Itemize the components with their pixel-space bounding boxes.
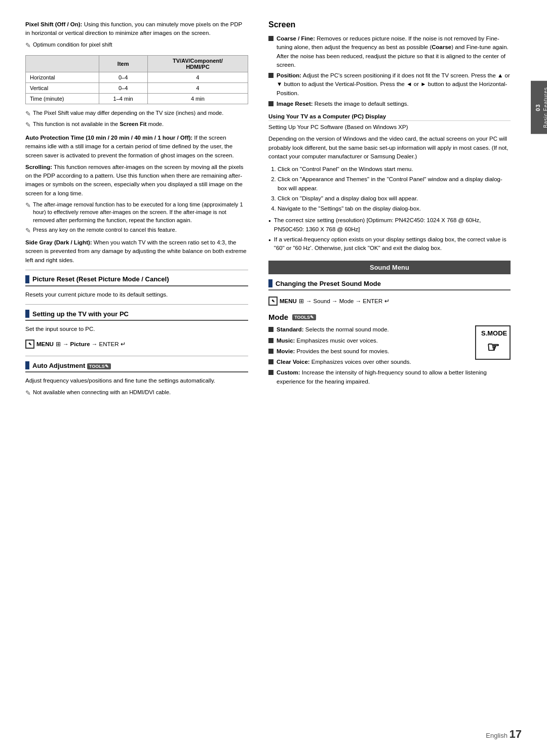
setting-up-tv-text: Set the input source to PC. <box>25 325 248 333</box>
table-row: Horizontal 0–4 4 <box>26 72 248 82</box>
picture-reset-section: Picture Reset (Reset Picture Mode / Canc… <box>25 275 248 299</box>
blue-bar-icon-3 <box>25 361 29 369</box>
clear-voice-text: Clear Voice: Emphasizes voices over othe… <box>277 358 411 366</box>
pixel-shift-note1: ✎ Optimum condition for pixel shift <box>25 41 248 50</box>
menu-word: MENU <box>36 341 54 347</box>
sound-menu-bar: Sound Menu <box>268 261 511 274</box>
side-gray-text: Side Gray (Dark / Light): When you watch… <box>25 238 248 265</box>
mode-heading: Mode TOOLS✎ <box>268 313 511 321</box>
square-bullet-icon-8 <box>268 370 274 375</box>
step-1: Click on "Control Panel" on the Windows … <box>278 165 511 174</box>
table-cell-horizontal: Horizontal <box>26 72 99 82</box>
pixel-shift-bold: Pixel Shift (Off / On): <box>25 21 82 27</box>
table-cell-vertical: Vertical <box>26 82 99 93</box>
changing-preset-menu-path: ✎ MENU ⊞ → Sound → Mode → ENTER ↵ <box>268 295 511 308</box>
using-tv-bullets: The correct size setting (resolution) [O… <box>268 216 511 253</box>
clear-voice-item: Clear Voice: Emphasizes voices over othe… <box>268 358 470 366</box>
table-cell-time-val2: 4 min <box>147 93 248 104</box>
note-icon-3: ✎ <box>25 120 31 130</box>
divider-1 <box>25 270 248 270</box>
changing-preset-path-text: → Sound → Mode → ENTER <box>306 298 382 304</box>
image-reset-item: Image Reset: Resets the image to default… <box>268 100 511 108</box>
auto-adjustment-text: Adjust frequency values/positions and fi… <box>25 376 248 385</box>
standard-item: Standard: Selects the normal sound mode. <box>268 325 470 334</box>
side-gray-heading: Side Gray (Dark / Light): <box>25 239 92 245</box>
enter-icon-2: ↵ <box>384 298 389 305</box>
square-bullet-icon-6 <box>268 349 274 354</box>
auto-adjustment-heading-text: Auto Adjustment TOOLS✎ <box>32 362 111 369</box>
custom-item: Custom: Increase the intensity of high-f… <box>268 368 511 386</box>
table-header-item <box>26 55 99 72</box>
footer: English 17 <box>486 728 522 741</box>
pixel-shift-note1-text: Optimum condition for pixel shift <box>33 41 112 49</box>
square-bullet-icon-7 <box>268 359 274 364</box>
page-number: 17 <box>510 728 522 740</box>
note-icon-4: ✎ <box>25 201 31 210</box>
step-4: Navigate to the "Settings" tab on the di… <box>278 204 511 213</box>
setting-up-tv-heading-text: Setting up the TV with your PC <box>32 310 129 318</box>
table-cell-horizontal-val2: 4 <box>147 72 248 82</box>
smode-label: S.MODE <box>481 329 507 337</box>
mode-tools-badge: TOOLS✎ <box>292 314 316 320</box>
bullet-1: The correct size setting (resolution) [O… <box>268 216 511 234</box>
standard-text: Standard: Selects the normal sound mode. <box>277 325 389 334</box>
content-area: Pixel Shift (Off / On): Using this funct… <box>0 0 531 756</box>
position-text: Position: Adjust the PC's screen positio… <box>277 71 511 98</box>
divider-2 <box>25 304 248 305</box>
setting-up-tv-heading: Setting up the TV with your PC <box>25 310 248 321</box>
table-cell-vertical-val2: 4 <box>147 82 248 93</box>
square-bullet-icon <box>268 36 274 41</box>
scrolling-note2: ✎ Press any key on the remote control to… <box>25 226 248 235</box>
blue-bar-icon-2 <box>25 310 29 318</box>
auto-protection-heading: Auto Protection Time (10 min / 20 min / … <box>25 135 192 141</box>
mode-section: Mode TOOLS✎ S.MODE ☞ Standard: Selects t… <box>268 313 511 386</box>
table-cell-time-val1: 1–4 min <box>99 93 147 104</box>
pixel-shift-note2: ✎ The Pixel Shift value may differ depen… <box>25 109 248 118</box>
pixel-shift-intro: Pixel Shift (Off / On): Using this funct… <box>25 20 248 38</box>
changing-preset-section: Changing the Preset Sound Mode ✎ MENU ⊞ … <box>268 279 511 308</box>
scrolling-note1: ✎ The after-image removal function has t… <box>25 201 248 224</box>
right-column: Screen Coarse / Fine: Removes or reduces… <box>263 20 511 736</box>
using-tv-heading-text: Using Your TV as a Computer (PC) Display <box>268 113 386 119</box>
blue-bar-icon <box>25 275 29 283</box>
table-cell-vertical-val1: 0–4 <box>99 82 147 93</box>
screen-heading: Screen <box>268 20 511 29</box>
setting-up-menu-path: ✎ MENU ⊞ → Picture → ENTER ↵ <box>25 338 248 351</box>
step-3: Click on "Display" and a display dialog … <box>278 194 511 203</box>
table-row: Vertical 0–4 4 <box>26 82 248 93</box>
square-bullet-icon-3 <box>268 101 274 106</box>
changing-preset-heading-text: Changing the Preset Sound Mode <box>276 280 381 287</box>
smode-container: S.MODE ☞ <box>475 325 511 360</box>
custom-text: Custom: Increase the intensity of high-f… <box>277 368 511 386</box>
using-tv-section: Using Your TV as a Computer (PC) Display… <box>268 113 511 253</box>
smode-button: S.MODE ☞ <box>475 325 511 360</box>
enter-icon: ↵ <box>121 341 126 348</box>
table-header-tv: TV/AV/Component/HDMI/PC <box>147 55 248 72</box>
table-cell-time: Time (minute) <box>26 93 99 104</box>
using-tv-heading: Using Your TV as a Computer (PC) Display <box>268 113 511 121</box>
left-column: Pixel Shift (Off / On): Using this funct… <box>25 20 248 736</box>
changing-preset-heading: Changing the Preset Sound Mode <box>268 279 511 290</box>
remote-hand-icon: ☞ <box>481 339 504 356</box>
divider-3 <box>25 356 248 356</box>
tab-text: Basic Features <box>543 87 547 128</box>
table-row: Time (minute) 1–4 min 4 min <box>26 93 248 104</box>
movie-text: Movie: Provides the best sound for movie… <box>277 347 389 356</box>
pixel-shift-note3-text: This function is not available in the Sc… <box>33 120 164 128</box>
tools-badge: TOOLS✎ <box>87 363 111 369</box>
table-header-item-label: Item <box>99 55 147 72</box>
using-tv-text: Depending on the version of Windows and … <box>268 135 511 161</box>
menu-icon: ✎ <box>25 340 34 349</box>
picture-reset-heading-text: Picture Reset (Reset Picture Mode / Canc… <box>32 275 169 283</box>
menu-grid-icon-2: ⊞ <box>299 298 304 305</box>
pixel-shift-note3: ✎ This function is not available in the … <box>25 120 248 130</box>
movie-item: Movie: Provides the best sound for movie… <box>268 347 470 356</box>
scrolling-heading: Scrolling: <box>25 164 52 170</box>
menu-word-2: MENU <box>280 298 297 304</box>
picture-reset-text: Resets your current picture mode to its … <box>25 290 248 299</box>
position-item: Position: Adjust the PC's screen positio… <box>268 71 511 98</box>
side-tab: 03 Basic Features <box>531 81 547 134</box>
auto-adjustment-section: Auto Adjustment TOOLS✎ Adjust frequency … <box>25 361 248 397</box>
square-bullet-icon-2 <box>268 73 274 78</box>
music-item: Music: Emphasizes music over voices. <box>268 337 470 345</box>
